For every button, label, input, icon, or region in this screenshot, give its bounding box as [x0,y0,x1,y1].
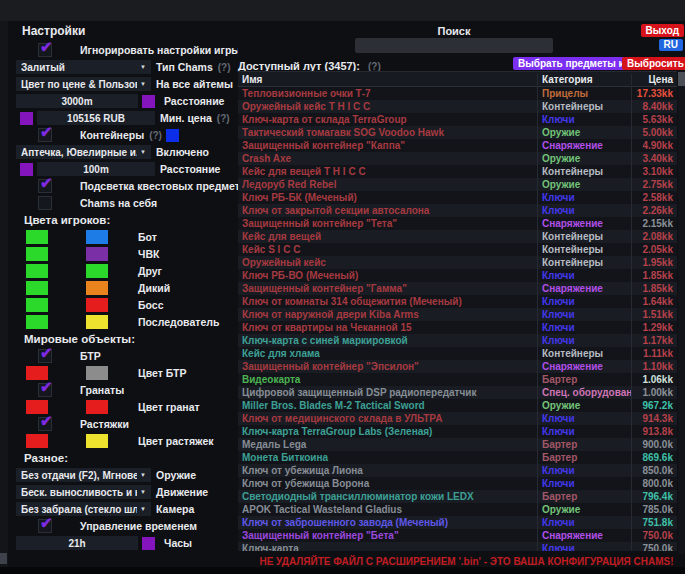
table-row[interactable]: Ключ от закрытой секции автосалонаКлючи2… [238,204,677,217]
table-row[interactable]: Тепловизионные очки Т-7Прицелы17.33kk [238,87,677,100]
table-row[interactable]: Защищенный контейнер "Тета"Снаряжение2.1… [238,217,677,230]
container-distance-input[interactable] [37,162,155,176]
table-row[interactable]: Защищенный контейнер "Гамма"Снаряжение1.… [238,282,677,295]
item-filter-dropdown[interactable]: Аптечка, Ювелирные и...▼ [16,145,151,159]
table-row[interactable]: Кейс для вещейКонтейнеры2.08kk [238,230,677,243]
table-scrollbar[interactable] [678,71,685,554]
title-bar [0,0,685,21]
color-swatch[interactable] [26,281,48,295]
table-row[interactable]: Кейс для хламаКонтейнеры1.11kk [238,347,677,360]
drop-all-button[interactable]: Выбросить все [622,57,685,70]
item-category: Ключи [537,269,631,282]
table-row[interactable]: Кейс S I C CКонтейнеры2.05kk [238,243,677,256]
language-button[interactable]: RU [659,39,683,51]
table-row[interactable]: Ключ РБ-БК (Меченый)Ключи2.58kk [238,191,677,204]
table-row[interactable]: Оружейный кейсКонтейнеры1.95kk [238,256,677,269]
btr-checkbox[interactable]: ✔ [38,349,52,363]
scrollbar-thumb[interactable] [678,72,685,86]
table-row[interactable]: Оружейный кейс T H I C CКонтейнеры8.40kk [238,100,677,113]
help-icon[interactable]: (?) [217,113,230,124]
table-row[interactable]: Miller Bros. Blades M-2 Tactical SwordОр… [238,399,677,412]
table-row[interactable]: Ключ-картаКлючи750.0k [238,542,677,551]
table-row[interactable]: Ключ от убежища ЛионаКлючи850.0k [238,464,677,477]
side-handle[interactable] [0,553,7,564]
search-input[interactable] [355,38,553,53]
table-row[interactable]: Ключ-карта от склада TerraGroupКлючи5.63… [238,113,677,126]
table-row[interactable]: ВидеокартаБартер1.06kk [238,373,677,386]
color-swatch[interactable] [86,247,108,261]
item-name: Ключ от медицинского склада в УЛЬТРА [238,412,537,425]
table-row[interactable]: Защищенный контейнер "Каппа"Снаряжение4.… [238,139,677,152]
settings-title: Настройки [22,24,238,37]
table-row[interactable]: Ключ-карта TerraGroup Labs (Зеленая)Ключ… [238,425,677,438]
checkbox-label: Управление временем [80,520,197,532]
color-swatch[interactable] [26,247,48,261]
table-row[interactable]: Ключ-карта с синей маркировкойКлючи1.17k… [238,334,677,347]
help-icon[interactable]: (?) [218,62,231,73]
table-row[interactable]: APOK Tactical Wasteland GladiusОружие785… [238,503,677,516]
table-row[interactable]: Ключ РБ-ВО (Меченый)Ключи1.85kk [238,269,677,282]
item-price: 2.05kk [631,243,677,256]
color-swatch[interactable] [86,298,108,312]
color-swatch[interactable] [166,129,179,142]
table-row[interactable]: Цифровой защищенный DSP радиопередатчикС… [238,386,677,399]
col-header-category[interactable]: Категория [537,74,631,85]
color-swatch[interactable] [26,298,48,312]
item-name: Miller Bros. Blades M-2 Tactical Sword [238,399,537,412]
apply-to-items-dropdown[interactable]: Цвет по цене & Пользователь▼ [16,77,151,91]
table-row[interactable]: Ключ от наружной двери Kiba ArmsКлючи1.5… [238,308,677,321]
boss-color-row-row: Босс [8,298,238,312]
color-swatch[interactable] [142,537,155,550]
table-row[interactable]: Crash AxeОружие3.40kk [238,152,677,165]
table-row[interactable]: Кейс для вещей T H I C CКонтейнеры3.10kk [238,165,677,178]
min-price-input[interactable] [37,111,155,125]
table-row[interactable]: Тактический томагавк SOG Voodoo HawkОруж… [238,126,677,139]
col-header-name[interactable]: Имя [238,74,537,85]
help-icon[interactable]: (?) [149,130,162,141]
color-swatch[interactable] [26,315,48,329]
table-row[interactable]: Защищенный контейнер "Эпсилон"Снаряжение… [238,360,677,373]
color-swatch[interactable] [20,163,33,176]
table-row[interactable]: Ледоруб Red RebelОружие2.75kk [238,178,677,191]
color-swatch[interactable] [26,434,48,448]
table-row[interactable]: Ключ от медицинского склада в УЛЬТРАКлюч… [238,412,677,425]
color-swatch[interactable] [20,112,33,125]
tripwires-checkbox[interactable]: ✔ [38,417,52,431]
hours-input[interactable] [16,536,138,550]
color-swatch[interactable] [142,95,155,108]
config-warning-text: НЕ УДАЛЯЙТЕ ФАЙЛ С РАСШИРЕНИЕМ '.bin' - … [258,556,675,567]
table-row[interactable]: Ключ от комнаты 314 общежития (Меченый)К… [238,295,677,308]
color-swatch[interactable] [86,281,108,295]
checkbox-label: БТР [80,350,101,362]
table-row[interactable]: Медаль LegaБартер900.0k [238,438,677,451]
color-swatch[interactable] [86,264,108,278]
table-row[interactable]: Ключ от квартиры на Чеканной 15Ключи1.29… [238,321,677,334]
item-name: Кейс для вещей T H I C C [238,165,537,178]
movement-mods-dropdown[interactable]: Беск. выносливость и нет уста▼ [16,485,151,499]
exit-button[interactable]: Выход [641,24,684,37]
color-swatch[interactable] [86,230,108,244]
camera-mods-dropdown[interactable]: Без забрала (стекло шлема)▼ [16,502,151,516]
table-row[interactable]: Светодиодный трансиллюминатор кожи LEDXБ… [238,490,677,503]
color-swatch[interactable] [86,434,108,448]
table-row[interactable]: Защищенный контейнер "Бета"Снаряжение750… [238,529,677,542]
time-control-checkbox[interactable]: ✔ [38,519,52,533]
chams-on-self-checkbox[interactable] [38,196,52,210]
color-swatch[interactable] [26,230,48,244]
containers-checkbox[interactable]: ✔ [38,128,52,142]
weapon-mods-dropdown[interactable]: Без отдачи (F2), Мгновенное п▼ [16,468,151,482]
chams-type-dropdown[interactable]: Залитый▼ [16,60,151,74]
color-swatch[interactable] [86,315,108,329]
table-row[interactable]: Ключ от заброшенного завода (Меченый)Клю… [238,516,677,529]
color-swatch[interactable] [86,400,108,414]
table-row[interactable]: Ключ от убежища ВоронаКлючи800.0k [238,477,677,490]
color-swatch[interactable] [86,366,108,380]
quest-items-highlight-checkbox[interactable]: ✔ [38,179,52,193]
table-row[interactable]: Монета БиткоинаБартер869.6k [238,451,677,464]
ignore-game-settings-checkbox[interactable]: ✔ [38,43,52,57]
item-name: Защищенный контейнер "Тета" [238,217,537,230]
distance-input[interactable] [16,94,138,108]
col-header-price[interactable]: Цена [631,74,677,85]
color-swatch[interactable] [26,264,48,278]
grenades-checkbox[interactable]: ✔ [38,383,52,397]
